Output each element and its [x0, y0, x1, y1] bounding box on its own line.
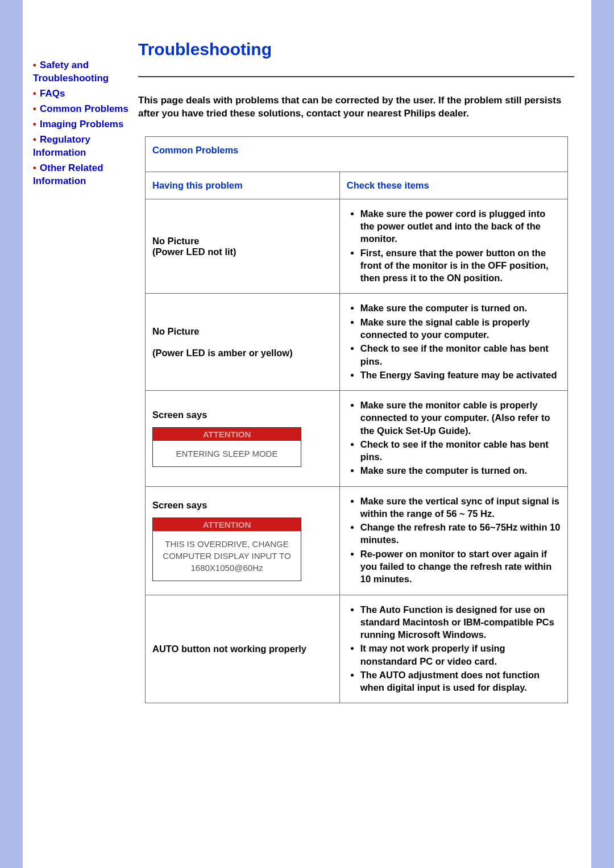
intro-text: This page deals with problems that can b… [138, 94, 574, 120]
section-header-row: Common Problems [146, 136, 568, 172]
page-container: • Safety and Troubleshooting • FAQs • Co… [23, 0, 591, 868]
sidebar-link[interactable]: Regulatory Information [33, 134, 90, 158]
check-cell: Make sure the monitor cable is properly … [339, 391, 567, 487]
problem-cell: Screen says ATTENTION THIS IS OVERDRIVE,… [146, 486, 340, 595]
table-row: No Picture (Power LED not lit) Make sure… [146, 199, 568, 294]
table-row: Screen says ATTENTION ENTERING SLEEP MOD… [146, 391, 568, 487]
col-header-problem: Having this problem [146, 172, 340, 199]
problems-table: Common Problems Having this problem Chec… [145, 136, 568, 704]
attention-header: ATTENTION [153, 518, 301, 531]
problem-line: No Picture [152, 326, 200, 336]
check-item: Make sure the computer is turned on. [360, 302, 561, 314]
bullet-icon: • [33, 104, 36, 114]
section-title: Common Problems [146, 136, 568, 172]
sidebar-link[interactable]: Other Related Information [33, 162, 103, 186]
attention-header: ATTENTION [153, 428, 301, 441]
attention-box: ATTENTION ENTERING SLEEP MODE [152, 427, 301, 467]
sidebar-item-faqs[interactable]: • FAQs [33, 87, 138, 101]
check-item: Make sure the vertical sync of input sig… [360, 495, 561, 520]
check-item: Make sure the signal cable is properly c… [360, 316, 561, 341]
check-item: It may not work properly if using nonsta… [360, 642, 561, 667]
check-cell: Make sure the vertical sync of input sig… [339, 486, 567, 595]
sidebar-item-safety[interactable]: • Safety and Troubleshooting [33, 59, 138, 85]
problem-line: (Power LED is amber or yellow) [152, 348, 293, 358]
column-header-row: Having this problem Check these items [146, 172, 568, 199]
check-cell: Make sure the computer is turned on. Mak… [339, 294, 567, 391]
bullet-icon: • [33, 89, 36, 98]
check-item: Make sure the monitor cable is properly … [360, 399, 561, 437]
sidebar-link[interactable]: Safety and Troubleshooting [33, 60, 109, 84]
check-item: The AUTO adjustment does not function wh… [360, 669, 561, 694]
sidebar-link[interactable]: Imaging Problems [40, 119, 123, 130]
bullet-icon: • [33, 119, 36, 129]
divider [138, 76, 574, 77]
table-row: Screen says ATTENTION THIS IS OVERDRIVE,… [146, 486, 568, 595]
sidebar-item-regulatory[interactable]: • Regulatory Information [33, 133, 138, 160]
sidebar-link[interactable]: Common Problems [40, 103, 128, 114]
bullet-icon: • [33, 135, 36, 144]
main-content: Troubleshooting This page deals with pro… [138, 0, 591, 868]
problem-cell: Screen says ATTENTION ENTERING SLEEP MOD… [146, 391, 340, 487]
attention-body: THIS IS OVERDRIVE, CHANGE COMPUTER DISPL… [153, 531, 301, 581]
sidebar: • Safety and Troubleshooting • FAQs • Co… [23, 0, 138, 868]
sidebar-list: • Safety and Troubleshooting • FAQs • Co… [33, 59, 138, 187]
check-item: Check to see if the monitor cable has be… [360, 342, 561, 368]
sidebar-link[interactable]: FAQs [40, 88, 65, 99]
check-item: Change the refresh rate to 56~75Hz withi… [360, 521, 561, 546]
page-title: Troubleshooting [138, 40, 574, 59]
check-item: The Energy Saving feature may be activat… [360, 369, 561, 381]
check-item: Check to see if the monitor cable has be… [360, 438, 561, 464]
sidebar-item-imaging-problems[interactable]: • Imaging Problems [33, 118, 138, 131]
check-item: Make sure the power cord is plugged into… [360, 207, 561, 245]
problem-label: Screen says [152, 500, 207, 510]
problem-line: No Picture [152, 236, 200, 246]
attention-body: ENTERING SLEEP MODE [153, 441, 301, 466]
check-cell: Make sure the power cord is plugged into… [339, 199, 567, 294]
check-item: First, ensure that the power button on t… [360, 247, 561, 285]
sidebar-item-common-problems[interactable]: • Common Problems [33, 103, 138, 116]
check-cell: The Auto Function is designed for use on… [339, 595, 567, 703]
problem-line: AUTO button not working properly [152, 644, 306, 654]
attention-box: ATTENTION THIS IS OVERDRIVE, CHANGE COMP… [152, 518, 301, 581]
problem-cell: AUTO button not working properly [146, 595, 340, 703]
sidebar-item-other-related[interactable]: • Other Related Information [33, 162, 138, 188]
check-item: The Auto Function is designed for use on… [360, 603, 561, 641]
table-row: AUTO button not working properly The Aut… [146, 595, 568, 703]
check-item: Make sure the computer is turned on. [360, 464, 561, 477]
table-row: No Picture (Power LED is amber or yellow… [146, 294, 568, 391]
col-header-check: Check these items [339, 172, 567, 199]
problem-line: (Power LED not lit) [152, 247, 237, 257]
bullet-icon: • [33, 60, 36, 70]
bullet-icon: • [33, 163, 36, 173]
problem-cell: No Picture (Power LED is amber or yellow… [146, 294, 340, 391]
problem-cell: No Picture (Power LED not lit) [146, 199, 340, 294]
check-item: Re-power on monitor to start over again … [360, 548, 561, 586]
problem-label: Screen says [152, 410, 207, 420]
